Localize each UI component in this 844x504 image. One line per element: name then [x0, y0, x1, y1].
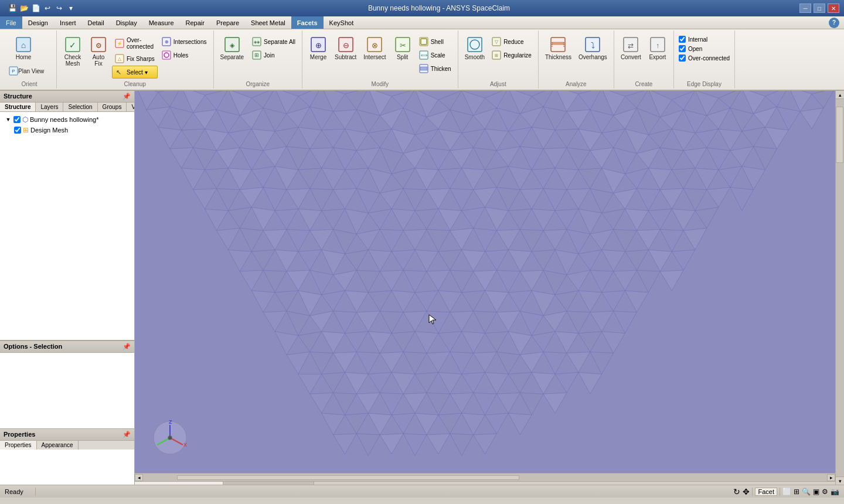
- horizontal-scrollbar[interactable]: ◂ ▸: [135, 473, 835, 481]
- plan-view-button[interactable]: P Plan View: [6, 64, 53, 78]
- convert-button[interactable]: ⇄ Convert: [618, 33, 644, 63]
- viewport-tab-active[interactable]: ⬡ Bunny needs hollowing* ✕: [135, 482, 223, 485]
- tab-structure[interactable]: Structure: [0, 103, 36, 111]
- over-connected-edge-checkbox-input[interactable]: [679, 55, 686, 62]
- over-connected-button[interactable]: ⚡ Over-connected: [112, 35, 158, 52]
- vertical-scrollbar[interactable]: ▴ ▾: [835, 91, 844, 485]
- thickness-button[interactable]: Thickness: [542, 33, 574, 63]
- smooth-button[interactable]: Smooth: [462, 33, 488, 63]
- select-button[interactable]: ↖ Select ▾: [112, 66, 158, 79]
- save-icon[interactable]: 💾: [7, 3, 18, 13]
- new-icon[interactable]: 📄: [30, 3, 41, 13]
- status-right-tools: ↻ ✥ Facet ⬜ ⊞ 🔍 ▣ ⚙ 📷: [733, 487, 839, 496]
- scroll-right-button[interactable]: ▸: [827, 474, 835, 481]
- tab-spacer: [314, 482, 818, 485]
- tree-child-design-mesh[interactable]: ⊞ Design Mesh: [2, 125, 132, 135]
- check-mesh-button[interactable]: ✓ CheckMesh: [60, 33, 85, 69]
- viewport-canvas[interactable]: Z X: [135, 91, 835, 473]
- vscroll-track[interactable]: [836, 99, 844, 476]
- thicken-button[interactable]: Thicken: [416, 62, 454, 75]
- help-button[interactable]: ?: [829, 18, 839, 28]
- svg-text:⤵: ⤵: [591, 40, 595, 50]
- separate-all-button[interactable]: ◈◈ Separate All: [249, 35, 298, 48]
- properties-pin-icon[interactable]: 📌: [122, 431, 131, 438]
- menu-insert[interactable]: Insert: [54, 16, 82, 29]
- minimize-button[interactable]: ─: [799, 4, 811, 13]
- tab-close-icon[interactable]: ✕: [213, 484, 218, 485]
- menu-prepare[interactable]: Prepare: [210, 16, 245, 29]
- expand-root-icon[interactable]: ▼: [5, 116, 12, 123]
- rotate-mode-icon[interactable]: ↻: [733, 487, 740, 496]
- tab-selection[interactable]: Selection: [63, 103, 97, 111]
- axis-gizmo: Z X: [152, 420, 188, 455]
- camera-icon[interactable]: 📷: [831, 488, 839, 496]
- design-mesh-checkbox[interactable]: [14, 127, 21, 134]
- tab-properties[interactable]: Properties: [0, 441, 37, 449]
- undo-arrow-icon[interactable]: ↪: [54, 3, 64, 13]
- join-button[interactable]: ⊞ Join: [249, 49, 298, 62]
- fix-sharps-button[interactable]: △ Fix Sharps: [112, 52, 158, 65]
- scrollbar-track[interactable]: [143, 475, 827, 480]
- menu-detail[interactable]: Detail: [82, 16, 110, 29]
- open-checkbox-input[interactable]: [679, 45, 686, 52]
- over-connected-edge-checkbox[interactable]: Over-connected: [678, 54, 731, 62]
- scrollbar-thumb[interactable]: [177, 475, 519, 480]
- open-checkbox[interactable]: Open: [678, 45, 703, 53]
- regularize-button[interactable]: ⊞ Regularize: [489, 49, 535, 62]
- options-pin-icon[interactable]: 📌: [122, 343, 131, 350]
- scroll-down-button[interactable]: ▾: [836, 476, 844, 485]
- tab-views[interactable]: Views: [127, 103, 134, 111]
- scroll-left-button[interactable]: ◂: [135, 474, 143, 481]
- menu-measure[interactable]: Measure: [143, 16, 180, 29]
- intersections-button[interactable]: ⊕ Intersections: [159, 35, 210, 48]
- export-button[interactable]: ↑ Export: [645, 33, 670, 63]
- vscroll-thumb[interactable]: [836, 107, 843, 164]
- tab-prev-icon[interactable]: ◂: [820, 485, 823, 485]
- menu-display[interactable]: Display: [110, 16, 143, 29]
- overhangs-button[interactable]: ⤵ Overhangs: [576, 33, 610, 63]
- tab-layers[interactable]: Layers: [36, 103, 63, 111]
- root-checkbox[interactable]: [13, 116, 21, 123]
- menu-facets[interactable]: Facets: [291, 16, 324, 29]
- undo-icon[interactable]: ↩: [42, 3, 53, 13]
- merge-button[interactable]: ⊕ Merge: [306, 33, 331, 63]
- maximize-button[interactable]: □: [814, 4, 825, 13]
- auto-fix-button[interactable]: ⚙ AutoFix: [86, 33, 111, 69]
- internal-checkbox[interactable]: Internal: [678, 35, 709, 43]
- close-button[interactable]: ✕: [828, 4, 839, 13]
- scroll-up-button[interactable]: ▴: [836, 91, 844, 99]
- internal-checkbox-input[interactable]: [679, 36, 686, 43]
- reduce-button[interactable]: ▽ Reduce: [489, 35, 535, 48]
- facet-mode-label[interactable]: Facet: [755, 488, 777, 496]
- menu-repair[interactable]: Repair: [180, 16, 210, 29]
- open-icon[interactable]: 📂: [19, 3, 29, 13]
- pan-mode-icon[interactable]: ✥: [743, 487, 750, 496]
- tab-appearance[interactable]: Appearance: [37, 441, 79, 449]
- split-button[interactable]: ✂ Split: [390, 33, 415, 63]
- menu-file[interactable]: File: [0, 16, 22, 29]
- tab-groups[interactable]: Groups: [98, 103, 127, 111]
- viewport-tab-second[interactable]: ⬡ Bunny without thickness* ✕: [223, 482, 314, 485]
- menu-design[interactable]: Design: [22, 16, 54, 29]
- display-mode-icon[interactable]: ▣: [813, 488, 819, 496]
- zoom-icon[interactable]: 🔍: [802, 488, 811, 496]
- tree-root[interactable]: ▼ ⬡ Bunny needs hollowing*: [2, 114, 132, 125]
- menu-keyshot[interactable]: KeyShot: [324, 16, 360, 29]
- tab-next-icon[interactable]: ▸: [824, 485, 827, 485]
- scale-button[interactable]: ⟺ Scale: [416, 49, 454, 62]
- intersect-button[interactable]: ⊗ Intersect: [360, 33, 389, 63]
- fit-icon[interactable]: ⊞: [794, 488, 799, 496]
- dropdown-icon[interactable]: ▾: [66, 3, 76, 13]
- home-button[interactable]: ⌂ Home: [6, 33, 41, 63]
- menu-sheetmetal[interactable]: Sheet Metal: [245, 16, 291, 29]
- tab-close-all-icon[interactable]: ✕: [828, 485, 833, 485]
- holes-button[interactable]: Holes: [159, 49, 210, 62]
- auto-fix-label: AutoFix: [93, 54, 105, 67]
- shell-button[interactable]: Shell: [416, 35, 454, 48]
- separate-button[interactable]: ◈ Separate: [217, 33, 247, 63]
- settings-icon[interactable]: ⚙: [822, 488, 828, 496]
- view-cube-icon[interactable]: ⬜: [782, 488, 791, 496]
- pin-icon[interactable]: 📌: [122, 93, 131, 100]
- subtract-button[interactable]: ⊖ Subtract: [332, 33, 359, 63]
- tab2-close-icon[interactable]: ✕: [304, 484, 309, 485]
